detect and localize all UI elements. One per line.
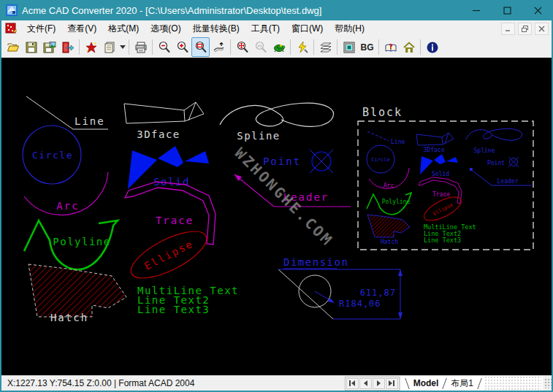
block-mini-line: Line (367, 131, 405, 145)
mini-label-trace: Trace (432, 191, 450, 198)
close-icon[interactable] (522, 0, 553, 20)
mini-label-solid: Solid (432, 171, 449, 177)
next-sheet-icon[interactable] (373, 378, 385, 389)
mdi-window-controls (501, 23, 552, 35)
label-line: Line (75, 115, 105, 127)
mdi-restore-icon[interactable] (518, 23, 532, 35)
zoom-previous-icon[interactable] (251, 37, 270, 57)
convert-icon[interactable] (82, 37, 100, 57)
zoom-extents-icon[interactable] (233, 37, 251, 57)
block-mini-polyline: Polyline (367, 193, 411, 215)
tools-icon[interactable] (293, 37, 311, 57)
label-circle: Circle (32, 150, 73, 161)
mini-label-mtext3: Line Text3 (424, 237, 461, 244)
save-icon[interactable] (22, 37, 40, 57)
last-sheet-icon[interactable] (386, 378, 398, 389)
toolbar-separator (420, 39, 421, 55)
pan-icon[interactable] (210, 37, 228, 57)
mdi-minimize-icon[interactable] (501, 23, 515, 35)
save-as-icon[interactable] (40, 37, 58, 57)
tab-strip-filler (484, 376, 541, 391)
block-mini-arc: Arc (369, 168, 409, 189)
mini-label-arc: Arc (384, 182, 394, 189)
batch-dropdown-icon[interactable] (118, 38, 126, 56)
tab-layout1[interactable]: 布局1 (449, 377, 475, 390)
batch-convert-icon[interactable] (100, 37, 118, 57)
zoom-out-icon[interactable] (155, 37, 173, 57)
toolbar: BG ? (1, 36, 552, 58)
menu-format[interactable]: 格式(M) (102, 21, 145, 36)
block-mini-hatch: Hatch (367, 215, 410, 245)
block-mini-circle: Circle (367, 145, 394, 173)
background-color-button[interactable]: BG (358, 37, 376, 57)
about-icon[interactable] (423, 37, 441, 57)
toolbar-separator (152, 39, 153, 55)
label-point: Point (263, 155, 301, 167)
window-title: Acme CAD Converter 2020 - [C:\Users\Admi… (22, 5, 321, 16)
home-icon[interactable] (400, 37, 418, 57)
tab-separator (405, 378, 409, 389)
block-mini-point: Point (487, 157, 519, 167)
coordinates-readout: X:1227.13 Y:754.15 Z:0.00 | Format ACAD … (1, 378, 194, 388)
entity-3dface: 3Dface (124, 102, 204, 140)
entity-line: Line (26, 96, 108, 129)
block-inset: Block Line Circle 3Dface (358, 106, 533, 250)
entity-polyline: Polyline (24, 220, 118, 269)
print-icon[interactable] (131, 37, 150, 57)
app-window: Acme CAD Converter 2020 - [C:\Users\Admi… (0, 0, 553, 392)
entity-spline: Spline (220, 103, 334, 142)
menu-options[interactable]: 选项(O) (145, 21, 186, 36)
block-mini-leader: Leader (470, 168, 532, 185)
dimension-linear-value: 611,87 (360, 288, 396, 298)
mini-label-circle: Circle (371, 157, 389, 163)
entity-circle: Circle (23, 126, 81, 184)
previous-sheet-icon[interactable] (359, 378, 372, 389)
close-file-icon[interactable] (58, 37, 77, 57)
block-mini-3dface: 3Dface (416, 133, 454, 153)
maximize-icon[interactable] (492, 0, 522, 20)
resize-grip[interactable] (544, 378, 552, 388)
mini-label-line: Line (391, 139, 405, 145)
toolbar-separator (313, 39, 314, 55)
zoom-in-icon[interactable] (173, 37, 191, 57)
mini-label-leader: Leader (497, 178, 519, 185)
speed-turtle-icon[interactable] (270, 37, 288, 57)
menu-file[interactable]: 文件(F) (21, 21, 61, 36)
window-background-icon[interactable] (340, 37, 358, 57)
title-bar: Acme CAD Converter 2020 - [C:\Users\Admi… (0, 0, 553, 20)
mini-label-3dface: 3Dface (424, 147, 445, 153)
minimize-icon[interactable] (461, 0, 492, 20)
menu-tools[interactable]: 工具(T) (245, 21, 286, 36)
toolbar-separator (230, 39, 231, 55)
menu-view[interactable]: 查看(V) (61, 21, 102, 36)
label-ellipse: Ellipse (142, 237, 195, 272)
status-bar: X:1227.13 Y:754.15 Z:0.00 | Format ACAD … (1, 375, 552, 391)
toolbar-separator (290, 39, 291, 55)
label-dimension: Dimension (283, 256, 348, 268)
label-polyline: Polyline (53, 236, 110, 247)
mini-label-hatch: Hatch (381, 239, 398, 245)
zoom-window-icon[interactable] (191, 37, 210, 57)
app-icon (6, 4, 18, 16)
tab-model[interactable]: Model (412, 378, 441, 388)
menu-window[interactable]: 窗口(W) (286, 21, 329, 36)
entity-arc: Arc (24, 172, 108, 215)
entity-point: Point (263, 150, 333, 173)
help-icon[interactable]: ? (381, 37, 400, 57)
sheet-navigation (345, 377, 400, 391)
layers-icon[interactable] (316, 37, 335, 57)
label-arc: Arc (56, 200, 79, 212)
block-mini-spline: Spline (466, 128, 522, 154)
label-spline: Spline (237, 130, 281, 142)
mdi-close-icon[interactable] (535, 23, 549, 35)
menu-bar: 文件(F) 查看(V) 格式(M) 选项(O) 批量转换(B) 工具(T) 窗口… (1, 20, 552, 36)
drawing-canvas[interactable]: Line Circle Arc Polyline Hatch 3Dface (1, 58, 552, 375)
menu-batch-convert[interactable]: 批量转换(B) (187, 21, 245, 36)
menu-help[interactable]: 帮助(H) (329, 21, 370, 36)
first-sheet-icon[interactable] (346, 378, 359, 389)
open-icon[interactable] (4, 37, 22, 57)
entity-trace: Trace (125, 182, 216, 245)
label-3dface: 3Dface (137, 128, 180, 140)
toolbar-separator (337, 39, 337, 55)
block-mini-solid: Solid (420, 154, 458, 177)
